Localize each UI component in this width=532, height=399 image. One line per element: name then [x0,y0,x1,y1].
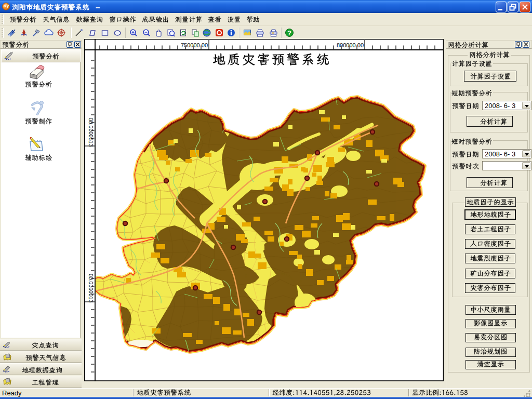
svg-text:800000.00: 800000.00 [337,42,364,48]
svg-text:750000.00: 750000.00 [181,42,208,48]
svg-text:00.0000013: 00.0000013 [88,274,94,303]
svg-text:?: ? [287,29,291,37]
svg-text:00.0000513: 00.0000513 [88,118,94,147]
